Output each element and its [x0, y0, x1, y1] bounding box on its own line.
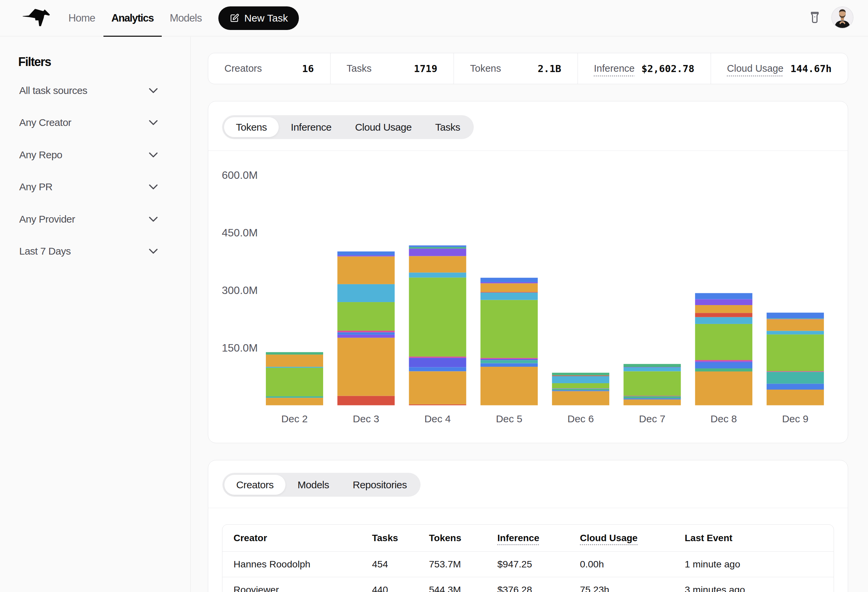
bar-segment-blue — [624, 398, 681, 400]
chart-tab-inference[interactable]: Inference — [279, 117, 343, 137]
edit-pencil-icon — [230, 13, 239, 23]
table-cell: $947.25 — [497, 559, 580, 570]
stat-tokens: Tokens2.1B — [454, 53, 578, 84]
bar-segment-skyblue — [695, 317, 753, 324]
bar-dec-5[interactable] — [480, 278, 538, 405]
creators-table: CreatorTasksTokensInferenceCloud UsageLa… — [222, 524, 834, 592]
filter-any-provider[interactable]: Any Provider — [19, 203, 158, 236]
table-tab-creators[interactable]: Creators — [224, 474, 286, 495]
bar-segment-skyblue — [337, 284, 394, 302]
bar-segment-teal — [766, 372, 824, 384]
bar-segment-pink — [624, 396, 681, 396]
stats-bar: Creators16Tasks1719Tokens2.1BInference$2… — [208, 53, 848, 84]
bar-segment-orange — [337, 256, 394, 284]
bar-dec-3[interactable] — [337, 252, 394, 405]
bar-dec-7[interactable] — [624, 364, 681, 405]
x-tick-dec-8: Dec 8 — [711, 413, 737, 424]
col-header-cloud-usage[interactable]: Cloud Usage — [580, 533, 685, 543]
new-task-button[interactable]: New Task — [218, 6, 299, 30]
chevron-down-icon — [146, 180, 161, 194]
top-nav: HomeAnalyticsModels New Task — [0, 0, 868, 36]
bar-segment-seagreen — [695, 368, 753, 371]
bar-segment-indigo — [409, 358, 466, 367]
bar-segment-purple — [409, 249, 466, 256]
chart-tabs: TokensInferenceCloud UsageTasks — [222, 115, 474, 139]
bar-dec-2[interactable] — [266, 352, 323, 405]
chart-tab-tasks[interactable]: Tasks — [424, 117, 472, 137]
table-cell: Rooviewer — [233, 584, 372, 592]
stat-value: 1719 — [414, 63, 437, 74]
bar-segment-blue — [766, 312, 824, 318]
stat-cloud-usage: Cloud Usage144.67h — [711, 53, 848, 84]
bar-dec-9[interactable] — [766, 312, 824, 405]
bar-segment-seagreen — [552, 389, 609, 390]
breakdown-card: CreatorsModelsRepositories CreatorTasksT… — [208, 460, 848, 592]
y-tick-600.0M: 600.0M — [222, 169, 258, 181]
filter-any-pr[interactable]: Any PR — [19, 171, 158, 203]
x-tick-dec-7: Dec 7 — [639, 413, 665, 424]
bar-segment-green — [695, 324, 753, 360]
bar-segment-skyblue — [409, 272, 466, 277]
bar-segment-blue — [337, 332, 394, 335]
nav-item-analytics[interactable]: Analytics — [103, 0, 162, 36]
bar-segment-blue — [337, 252, 394, 255]
col-header-inference[interactable]: Inference — [497, 533, 580, 543]
bar-segment-skyblue — [766, 331, 824, 334]
bar-segment-seagreen — [266, 352, 323, 355]
bar-segment-blue — [695, 362, 753, 368]
bar-segment-skyblue — [266, 367, 323, 368]
bar-segment-orange — [695, 371, 753, 405]
filter-any-repo[interactable]: Any Repo — [19, 139, 158, 171]
bar-segment-purple — [337, 335, 394, 338]
bar-segment-seagreen — [624, 396, 681, 398]
table-cell: 454 — [372, 559, 429, 570]
stat-label: Creators — [224, 63, 262, 74]
table-cell: 75.23h — [580, 584, 685, 592]
bar-dec-8[interactable] — [695, 293, 753, 405]
table-row-rooviewer[interactable]: Rooviewer440544.3M$376.2875.23h3 minutes… — [222, 577, 834, 592]
bar-dec-6[interactable] — [552, 373, 609, 405]
table-card-divider — [208, 508, 848, 508]
filter-all-task-sources[interactable]: All task sources — [19, 74, 158, 107]
chart-tab-cloud-usage[interactable]: Cloud Usage — [343, 117, 424, 137]
bar-segment-seagreen — [766, 318, 824, 319]
table-tab-repositories[interactable]: Repositories — [341, 474, 419, 495]
bar-segment-skyblue — [480, 293, 538, 300]
col-header-tasks: Tasks — [372, 533, 429, 543]
stat-label[interactable]: Inference — [594, 63, 635, 74]
filter-any-creator[interactable]: Any Creator — [19, 107, 158, 139]
table-tab-models[interactable]: Models — [286, 474, 341, 495]
user-avatar[interactable] — [832, 7, 853, 28]
bar-segment-orange — [480, 283, 538, 292]
bar-segment-purple — [695, 299, 753, 305]
filter-last-7-days[interactable]: Last 7 Days — [19, 236, 158, 268]
bar-segment-teal — [266, 396, 323, 398]
bar-dec-4[interactable] — [409, 246, 466, 405]
stat-label[interactable]: Cloud Usage — [727, 63, 784, 74]
chevron-down-icon — [146, 147, 161, 162]
bar-segment-green — [480, 300, 538, 358]
bar-segment-green — [552, 383, 609, 388]
nav-item-models[interactable]: Models — [162, 0, 210, 36]
bar-segment-teal — [480, 360, 538, 363]
table-cell: 0.00h — [580, 559, 685, 570]
nav-item-home[interactable]: Home — [60, 0, 103, 36]
col-header-last-event: Last Event — [685, 533, 834, 543]
bar-segment-green — [624, 371, 681, 396]
tokens-stacked-bar-chart: 150.0M300.0M450.0M600.0MDec 2Dec 3Dec 4D… — [208, 150, 848, 443]
bar-segment-purple — [337, 255, 394, 256]
y-tick-300.0M: 300.0M — [222, 284, 258, 296]
bar-segment-green — [266, 368, 323, 396]
bar-segment-seagreen — [552, 373, 609, 376]
kangaroo-logo[interactable] — [22, 9, 50, 27]
bar-segment-red — [409, 404, 466, 405]
bar-segment-pink — [695, 360, 753, 361]
flashlight-icon[interactable] — [808, 10, 822, 24]
bar-segment-skyblue — [624, 367, 681, 371]
bar-segment-skyblue — [552, 376, 609, 383]
table-cell: Hannes Roodolph — [233, 559, 372, 570]
table-row-hannes-roodolph[interactable]: Hannes Roodolph454753.7M$947.250.00h1 mi… — [222, 552, 834, 577]
chart-tab-tokens[interactable]: Tokens — [224, 117, 279, 137]
bar-segment-orange — [409, 371, 466, 404]
chevron-down-icon — [146, 83, 161, 98]
